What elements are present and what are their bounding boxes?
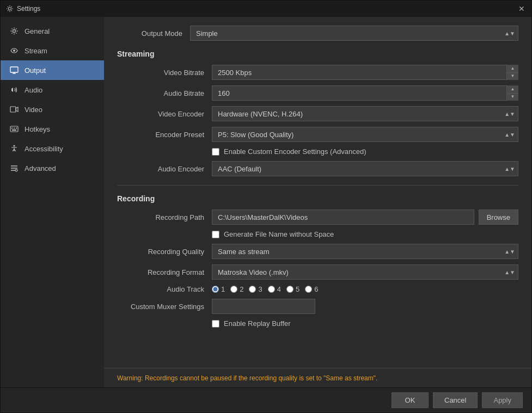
video-encoder-label: Video Encoder [117, 110, 204, 118]
sidebar-accessibility-label: Accessibility [25, 145, 63, 153]
video-bitrate-label: Video Bitrate [117, 69, 204, 77]
track-label-6[interactable]: 6 [314, 285, 318, 293]
recording-path-wrapper: Browse [212, 209, 518, 225]
encoder-preset-select[interactable]: P5: Slow (Good Quality) P4: Medium P3: F… [212, 127, 518, 142]
replay-buffer-checkbox[interactable] [212, 320, 219, 328]
video-bitrate-up[interactable]: ▲ [507, 65, 518, 73]
bottom-bar: OK Cancel Apply [1, 387, 531, 412]
audio-encoder-row: Audio Encoder AAC (Default) MP3 Opus ▲▼ [117, 161, 518, 176]
video-bitrate-input[interactable] [212, 65, 518, 80]
apply-button[interactable]: Apply [482, 392, 523, 408]
recording-path-label: Recording Path [117, 213, 204, 221]
sidebar-video-label: Video [25, 106, 42, 114]
recording-quality-label: Recording Quality [117, 248, 204, 256]
track-label-4[interactable]: 4 [277, 285, 281, 293]
video-bitrate-down[interactable]: ▼ [507, 73, 518, 81]
video-encoder-wrapper: Hardware (NVENC, H.264) Software (x264) … [212, 106, 518, 121]
audio-track-label: Audio Track [117, 285, 204, 293]
track-option-5[interactable]: 5 [286, 285, 299, 293]
track-option-2[interactable]: 2 [230, 285, 243, 293]
audio-bitrate-up[interactable]: ▲ [507, 85, 518, 94]
custom-muxer-input[interactable] [212, 299, 315, 314]
output-mode-select[interactable]: Simple Advanced [190, 26, 518, 41]
sidebar-output-label: Output [25, 66, 46, 75]
custom-encoder-checkbox[interactable] [212, 148, 219, 156]
svg-rect-8 [10, 126, 18, 132]
svg-point-1 [13, 30, 16, 33]
track-radio-3[interactable] [249, 286, 256, 293]
accessibility-icon [9, 144, 19, 153]
sidebar-item-stream[interactable]: Stream [1, 41, 104, 60]
svg-point-2 [13, 50, 15, 52]
custom-encoder-label[interactable]: Enable Custom Encoder Settings (Advanced… [224, 147, 366, 156]
output-mode-row: Output Mode Simple Advanced ▲▼ [117, 26, 518, 41]
browse-button[interactable]: Browse [479, 209, 518, 225]
sidebar-stream-label: Stream [25, 47, 47, 55]
sidebar-audio-label: Audio [25, 86, 42, 94]
sidebar-item-output[interactable]: Output [1, 60, 104, 80]
cancel-button[interactable]: Cancel [433, 392, 478, 408]
audio-bitrate-spinbox: ▲ ▼ [506, 85, 518, 101]
track-radio-5[interactable] [286, 286, 293, 293]
track-label-3[interactable]: 3 [258, 285, 262, 293]
audio-bitrate-wrapper: ▲ ▼ [212, 85, 518, 101]
track-radio-6[interactable] [305, 286, 312, 293]
track-option-3[interactable]: 3 [249, 285, 262, 293]
recording-format-label: Recording Format [117, 268, 204, 276]
track-label-1[interactable]: 1 [221, 285, 225, 293]
track-label-5[interactable]: 5 [296, 285, 299, 293]
custom-muxer-row: Custom Muxer Settings [117, 299, 518, 314]
main-content: General Stream [1, 17, 531, 387]
track-radio-4[interactable] [268, 286, 275, 293]
svg-rect-9 [11, 128, 13, 129]
sidebar-item-general[interactable]: General [1, 21, 104, 41]
svg-rect-6 [10, 107, 16, 112]
video-encoder-select[interactable]: Hardware (NVENC, H.264) Software (x264) [212, 106, 518, 121]
sidebar-item-audio[interactable]: Audio [1, 80, 104, 100]
recording-section-header: Recording [117, 194, 518, 203]
generate-filename-checkbox[interactable] [212, 231, 219, 238]
generate-filename-label[interactable]: Generate File Name without Space [224, 230, 334, 238]
svg-point-14 [15, 169, 17, 171]
track-option-4[interactable]: 4 [268, 285, 281, 293]
video-bitrate-row: Video Bitrate ▲ ▼ [117, 65, 518, 80]
audio-bitrate-input[interactable] [212, 85, 518, 101]
replay-buffer-label[interactable]: Enable Replay Buffer [224, 319, 291, 328]
sidebar-item-accessibility[interactable]: Accessibility [1, 139, 104, 158]
audio-bitrate-row: Audio Bitrate ▲ ▼ [117, 85, 518, 101]
svg-point-0 [9, 8, 11, 10]
advanced-icon [9, 163, 19, 173]
close-button[interactable]: ✕ [517, 4, 526, 13]
audio-bitrate-label: Audio Bitrate [117, 89, 204, 97]
recording-quality-row: Recording Quality Same as stream High Qu… [117, 244, 518, 259]
svg-rect-12 [12, 130, 16, 131]
sidebar-item-video[interactable]: Video [1, 100, 104, 119]
audio-encoder-wrapper: AAC (Default) MP3 Opus ▲▼ [212, 161, 518, 176]
audio-track-row: Audio Track 1 2 3 [117, 285, 518, 293]
recording-quality-wrapper: Same as stream High Quality, Medium File… [212, 244, 518, 259]
track-radio-1[interactable] [212, 286, 219, 293]
recording-path-input[interactable] [212, 209, 474, 225]
generate-filename-row: Generate File Name without Space [117, 230, 518, 238]
custom-muxer-wrapper [212, 299, 518, 314]
track-label-2[interactable]: 2 [240, 285, 243, 293]
track-option-1[interactable]: 1 [212, 285, 225, 293]
sidebar-item-advanced[interactable]: Advanced [1, 158, 104, 178]
main-panel: Output Mode Simple Advanced ▲▼ Streaming… [104, 17, 531, 387]
custom-muxer-label: Custom Muxer Settings [117, 303, 204, 311]
recording-quality-select[interactable]: Same as stream High Quality, Medium File… [212, 244, 518, 259]
audio-encoder-label: Audio Encoder [117, 165, 204, 173]
monitor-icon [9, 65, 19, 75]
video-encoder-row: Video Encoder Hardware (NVENC, H.264) So… [117, 106, 518, 121]
video-bitrate-spinbox: ▲ ▼ [506, 65, 518, 80]
track-option-6[interactable]: 6 [305, 285, 318, 293]
audio-bitrate-down[interactable]: ▼ [507, 94, 518, 101]
video-bitrate-wrapper: ▲ ▼ [212, 65, 518, 80]
sidebar-item-hotkeys[interactable]: Hotkeys [1, 119, 104, 139]
audio-encoder-select[interactable]: AAC (Default) MP3 Opus [212, 161, 518, 176]
svg-rect-11 [16, 128, 17, 129]
ok-button[interactable]: OK [392, 392, 429, 408]
warning-text: Warning: Recordings cannot be paused if … [117, 374, 377, 382]
recording-format-select[interactable]: Matroska Video (.mkv) MPEG-4 (.mp4) FLV … [212, 264, 518, 280]
track-radio-2[interactable] [230, 286, 237, 293]
